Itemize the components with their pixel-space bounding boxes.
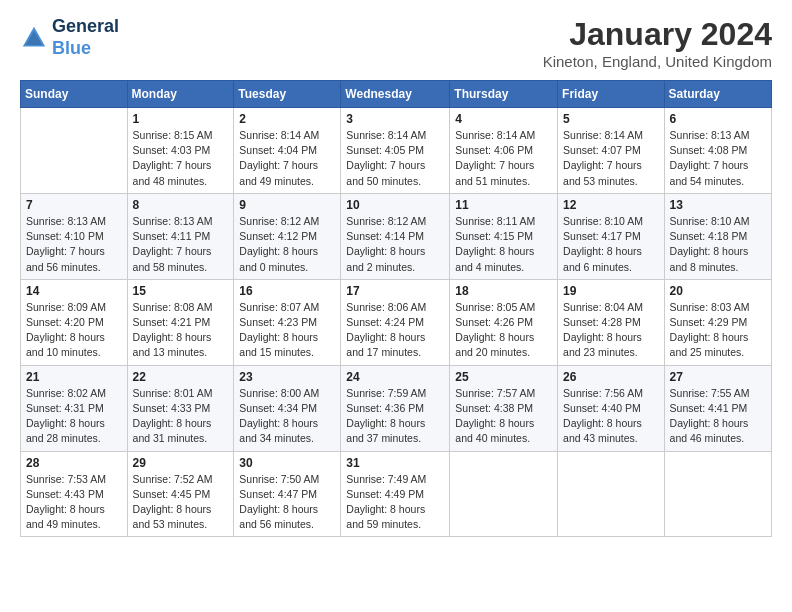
day-info: Sunrise: 8:14 AMSunset: 4:07 PMDaylight:…	[563, 128, 659, 189]
calendar-cell: 4Sunrise: 8:14 AMSunset: 4:06 PMDaylight…	[450, 108, 558, 194]
page-header: General Blue January 2024 Kineton, Engla…	[20, 16, 772, 70]
day-of-week-header: Thursday	[450, 81, 558, 108]
day-number: 10	[346, 198, 444, 212]
day-of-week-header: Wednesday	[341, 81, 450, 108]
calendar-cell: 20Sunrise: 8:03 AMSunset: 4:29 PMDayligh…	[664, 279, 771, 365]
logo: General Blue	[20, 16, 119, 59]
day-number: 22	[133, 370, 229, 384]
day-number: 16	[239, 284, 335, 298]
day-number: 19	[563, 284, 659, 298]
calendar-cell: 1Sunrise: 8:15 AMSunset: 4:03 PMDaylight…	[127, 108, 234, 194]
day-info: Sunrise: 8:10 AMSunset: 4:18 PMDaylight:…	[670, 214, 766, 275]
calendar-cell: 3Sunrise: 8:14 AMSunset: 4:05 PMDaylight…	[341, 108, 450, 194]
day-number: 2	[239, 112, 335, 126]
calendar-cell	[21, 108, 128, 194]
day-number: 23	[239, 370, 335, 384]
day-info: Sunrise: 7:50 AMSunset: 4:47 PMDaylight:…	[239, 472, 335, 533]
calendar-cell: 23Sunrise: 8:00 AMSunset: 4:34 PMDayligh…	[234, 365, 341, 451]
calendar-cell	[664, 451, 771, 537]
day-info: Sunrise: 8:13 AMSunset: 4:11 PMDaylight:…	[133, 214, 229, 275]
day-info: Sunrise: 8:15 AMSunset: 4:03 PMDaylight:…	[133, 128, 229, 189]
calendar-cell: 13Sunrise: 8:10 AMSunset: 4:18 PMDayligh…	[664, 193, 771, 279]
day-info: Sunrise: 8:12 AMSunset: 4:12 PMDaylight:…	[239, 214, 335, 275]
calendar-cell: 18Sunrise: 8:05 AMSunset: 4:26 PMDayligh…	[450, 279, 558, 365]
day-number: 12	[563, 198, 659, 212]
day-number: 26	[563, 370, 659, 384]
day-number: 4	[455, 112, 552, 126]
day-of-week-header: Friday	[558, 81, 665, 108]
day-info: Sunrise: 8:13 AMSunset: 4:08 PMDaylight:…	[670, 128, 766, 189]
day-info: Sunrise: 8:04 AMSunset: 4:28 PMDaylight:…	[563, 300, 659, 361]
calendar-cell: 7Sunrise: 8:13 AMSunset: 4:10 PMDaylight…	[21, 193, 128, 279]
calendar-cell: 16Sunrise: 8:07 AMSunset: 4:23 PMDayligh…	[234, 279, 341, 365]
calendar-cell: 11Sunrise: 8:11 AMSunset: 4:15 PMDayligh…	[450, 193, 558, 279]
day-info: Sunrise: 7:49 AMSunset: 4:49 PMDaylight:…	[346, 472, 444, 533]
calendar-cell: 19Sunrise: 8:04 AMSunset: 4:28 PMDayligh…	[558, 279, 665, 365]
calendar-cell: 30Sunrise: 7:50 AMSunset: 4:47 PMDayligh…	[234, 451, 341, 537]
day-number: 13	[670, 198, 766, 212]
day-info: Sunrise: 8:03 AMSunset: 4:29 PMDaylight:…	[670, 300, 766, 361]
calendar-cell: 29Sunrise: 7:52 AMSunset: 4:45 PMDayligh…	[127, 451, 234, 537]
day-info: Sunrise: 8:14 AMSunset: 4:04 PMDaylight:…	[239, 128, 335, 189]
day-number: 29	[133, 456, 229, 470]
calendar-cell	[558, 451, 665, 537]
day-info: Sunrise: 8:08 AMSunset: 4:21 PMDaylight:…	[133, 300, 229, 361]
day-number: 25	[455, 370, 552, 384]
calendar-cell: 17Sunrise: 8:06 AMSunset: 4:24 PMDayligh…	[341, 279, 450, 365]
calendar-cell: 26Sunrise: 7:56 AMSunset: 4:40 PMDayligh…	[558, 365, 665, 451]
day-number: 9	[239, 198, 335, 212]
calendar-cell: 21Sunrise: 8:02 AMSunset: 4:31 PMDayligh…	[21, 365, 128, 451]
calendar-cell: 10Sunrise: 8:12 AMSunset: 4:14 PMDayligh…	[341, 193, 450, 279]
calendar-cell: 5Sunrise: 8:14 AMSunset: 4:07 PMDaylight…	[558, 108, 665, 194]
calendar-cell: 6Sunrise: 8:13 AMSunset: 4:08 PMDaylight…	[664, 108, 771, 194]
day-number: 30	[239, 456, 335, 470]
day-info: Sunrise: 8:09 AMSunset: 4:20 PMDaylight:…	[26, 300, 122, 361]
day-info: Sunrise: 8:10 AMSunset: 4:17 PMDaylight:…	[563, 214, 659, 275]
calendar-cell	[450, 451, 558, 537]
calendar-cell: 27Sunrise: 7:55 AMSunset: 4:41 PMDayligh…	[664, 365, 771, 451]
calendar-cell: 2Sunrise: 8:14 AMSunset: 4:04 PMDaylight…	[234, 108, 341, 194]
calendar-cell: 8Sunrise: 8:13 AMSunset: 4:11 PMDaylight…	[127, 193, 234, 279]
calendar-cell: 14Sunrise: 8:09 AMSunset: 4:20 PMDayligh…	[21, 279, 128, 365]
calendar-cell: 12Sunrise: 8:10 AMSunset: 4:17 PMDayligh…	[558, 193, 665, 279]
day-number: 31	[346, 456, 444, 470]
day-number: 24	[346, 370, 444, 384]
calendar-table: SundayMondayTuesdayWednesdayThursdayFrid…	[20, 80, 772, 537]
logo-line1: General	[52, 16, 119, 38]
day-info: Sunrise: 8:11 AMSunset: 4:15 PMDaylight:…	[455, 214, 552, 275]
day-info: Sunrise: 8:07 AMSunset: 4:23 PMDaylight:…	[239, 300, 335, 361]
day-info: Sunrise: 8:00 AMSunset: 4:34 PMDaylight:…	[239, 386, 335, 447]
day-info: Sunrise: 7:52 AMSunset: 4:45 PMDaylight:…	[133, 472, 229, 533]
day-number: 20	[670, 284, 766, 298]
calendar-cell: 24Sunrise: 7:59 AMSunset: 4:36 PMDayligh…	[341, 365, 450, 451]
calendar-cell: 15Sunrise: 8:08 AMSunset: 4:21 PMDayligh…	[127, 279, 234, 365]
day-info: Sunrise: 8:13 AMSunset: 4:10 PMDaylight:…	[26, 214, 122, 275]
location: Kineton, England, United Kingdom	[543, 53, 772, 70]
logo-line2: Blue	[52, 38, 119, 60]
day-number: 1	[133, 112, 229, 126]
day-info: Sunrise: 8:01 AMSunset: 4:33 PMDaylight:…	[133, 386, 229, 447]
day-info: Sunrise: 7:53 AMSunset: 4:43 PMDaylight:…	[26, 472, 122, 533]
day-number: 28	[26, 456, 122, 470]
day-number: 6	[670, 112, 766, 126]
day-info: Sunrise: 7:56 AMSunset: 4:40 PMDaylight:…	[563, 386, 659, 447]
calendar-cell: 25Sunrise: 7:57 AMSunset: 4:38 PMDayligh…	[450, 365, 558, 451]
title-block: January 2024 Kineton, England, United Ki…	[543, 16, 772, 70]
day-number: 21	[26, 370, 122, 384]
day-number: 15	[133, 284, 229, 298]
day-of-week-header: Monday	[127, 81, 234, 108]
day-info: Sunrise: 8:05 AMSunset: 4:26 PMDaylight:…	[455, 300, 552, 361]
day-of-week-header: Sunday	[21, 81, 128, 108]
day-info: Sunrise: 8:14 AMSunset: 4:05 PMDaylight:…	[346, 128, 444, 189]
day-number: 3	[346, 112, 444, 126]
day-number: 17	[346, 284, 444, 298]
day-info: Sunrise: 8:14 AMSunset: 4:06 PMDaylight:…	[455, 128, 552, 189]
day-info: Sunrise: 7:57 AMSunset: 4:38 PMDaylight:…	[455, 386, 552, 447]
day-number: 14	[26, 284, 122, 298]
day-number: 27	[670, 370, 766, 384]
day-number: 7	[26, 198, 122, 212]
day-number: 8	[133, 198, 229, 212]
day-info: Sunrise: 8:02 AMSunset: 4:31 PMDaylight:…	[26, 386, 122, 447]
day-number: 11	[455, 198, 552, 212]
calendar-cell: 9Sunrise: 8:12 AMSunset: 4:12 PMDaylight…	[234, 193, 341, 279]
